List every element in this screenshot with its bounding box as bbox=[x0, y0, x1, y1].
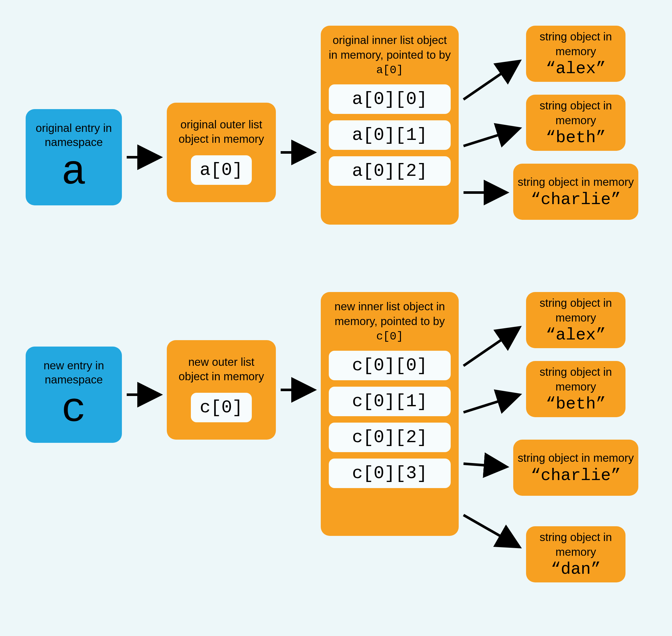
string-a-1: string object in memory beth bbox=[526, 95, 626, 151]
arrow-c02-to-charlie bbox=[464, 464, 507, 467]
namespace-a-label: original entry in namespace bbox=[26, 121, 122, 149]
outer-list-a: original outer list object in memory a[0… bbox=[167, 103, 276, 202]
namespace-c-label: new entry in namespace bbox=[26, 358, 122, 387]
string-c-0: string object in memory alex bbox=[526, 292, 626, 348]
string-c-3-value: dan bbox=[551, 560, 601, 579]
inner-list-c-item-1: c[0][1] bbox=[329, 387, 451, 416]
namespace-entry-c: new entry in namespace c bbox=[26, 346, 122, 443]
arrow-c01-to-beth bbox=[464, 395, 520, 412]
string-c-2-value: charlie bbox=[531, 466, 621, 485]
inner-list-c-item-3: c[0][3] bbox=[329, 459, 451, 488]
inner-list-a-item-2: a[0][2] bbox=[329, 156, 451, 186]
arrow-c00-to-alex bbox=[464, 327, 520, 366]
string-c-0-value: alex bbox=[546, 326, 606, 344]
inner-list-c-item-2: c[0][2] bbox=[329, 423, 451, 452]
string-a-1-label: string object in memory bbox=[526, 98, 626, 127]
arrow-a01-to-beth bbox=[464, 128, 520, 146]
string-c-1-label: string object in memory bbox=[526, 364, 626, 394]
string-a-2-label: string object in memory bbox=[518, 175, 634, 189]
string-c-3-label: string object in memory bbox=[526, 530, 626, 559]
arrow-a00-to-alex bbox=[464, 61, 520, 99]
outer-list-c: new outer list object in memory c[0] bbox=[167, 340, 276, 440]
outer-list-c-entry: c[0] bbox=[191, 393, 252, 422]
outer-list-a-label: original outer list object in memory bbox=[167, 117, 276, 146]
string-c-2: string object in memory charlie bbox=[513, 440, 638, 496]
inner-list-c-item-0: c[0][0] bbox=[329, 351, 451, 380]
string-a-2-value: charlie bbox=[531, 191, 621, 209]
string-a-0-value: alex bbox=[546, 60, 606, 78]
string-a-0: string object in memory alex bbox=[526, 26, 626, 82]
namespace-entry-a: original entry in namespace a bbox=[26, 109, 122, 205]
string-c-1-value: beth bbox=[546, 395, 606, 413]
string-a-2: string object in memory charlie bbox=[513, 164, 638, 220]
arrow-c03-to-dan bbox=[464, 515, 520, 547]
inner-list-c: new inner list object in memory, pointed… bbox=[321, 292, 459, 536]
inner-list-a-item-0: a[0][0] bbox=[329, 84, 451, 114]
outer-list-c-label: new outer list object in memory bbox=[167, 355, 276, 384]
string-c-0-label: string object in memory bbox=[526, 296, 626, 325]
inner-list-a: original inner list object in memory, po… bbox=[321, 26, 459, 225]
string-a-0-label: string object in memory bbox=[526, 29, 626, 58]
string-c-1: string object in memory beth bbox=[526, 361, 626, 417]
string-c-2-label: string object in memory bbox=[518, 451, 634, 465]
namespace-a-var: a bbox=[61, 152, 86, 194]
string-a-1-value: beth bbox=[546, 129, 606, 147]
inner-list-a-item-1: a[0][1] bbox=[329, 120, 451, 150]
outer-list-a-entry: a[0] bbox=[191, 155, 252, 185]
inner-list-c-label: new inner list object in memory, pointed… bbox=[321, 297, 459, 347]
namespace-c-var: c bbox=[61, 389, 86, 431]
inner-list-a-label: original inner list object in memory, po… bbox=[321, 30, 459, 81]
string-c-3: string object in memory dan bbox=[526, 526, 626, 582]
